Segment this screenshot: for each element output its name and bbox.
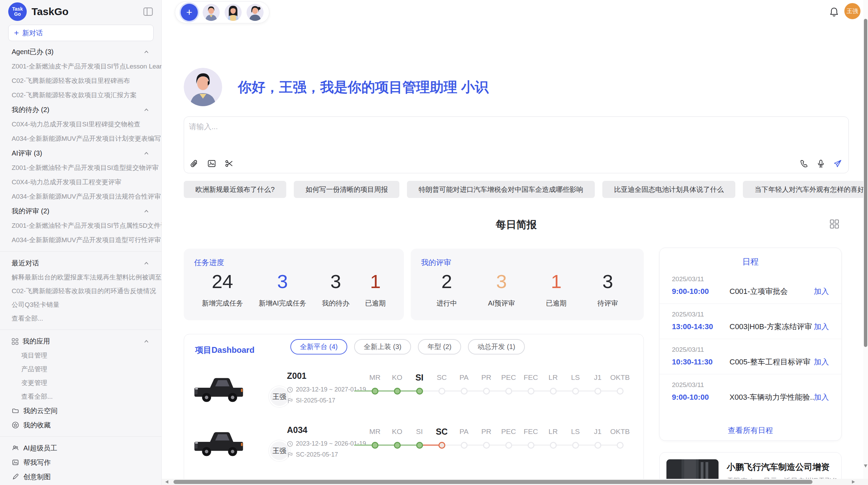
sidebar-recent-item[interactable]: 公司Q3轻卡销量 bbox=[0, 298, 161, 312]
milestone-label: PR bbox=[475, 371, 497, 384]
sidebar-item[interactable]: C02-飞腾新能源轻客改款项目里程碑画布 bbox=[0, 74, 161, 88]
plus-icon: + bbox=[14, 29, 19, 37]
paperclip-icon[interactable] bbox=[190, 159, 199, 168]
send-icon[interactable] bbox=[833, 159, 842, 168]
assistant-avatar-2[interactable] bbox=[225, 4, 242, 21]
suggestion-chip[interactable]: 比亚迪全固态电池计划具体说了什么 bbox=[602, 181, 735, 198]
mic-icon[interactable] bbox=[816, 159, 825, 168]
chevron-up-icon[interactable] bbox=[143, 208, 150, 215]
suggestion-chip[interactable]: 欧洲新规最近颁布了什么? bbox=[184, 181, 286, 198]
horizontal-scrollbar-thumb[interactable] bbox=[173, 480, 812, 484]
chevron-up-icon[interactable] bbox=[143, 260, 150, 267]
layout-grid-icon[interactable] bbox=[830, 219, 839, 229]
milestone-dot-LR bbox=[550, 388, 557, 395]
suggestion-chip[interactable]: 如何写一份清晰的项目周报 bbox=[294, 181, 399, 198]
stat-item: 3AI预评审 bbox=[488, 271, 515, 308]
sidebar-collapse-icon[interactable] bbox=[143, 7, 153, 17]
dashboard-filter-tab[interactable]: 动总开发 (1) bbox=[468, 339, 525, 355]
join-link[interactable]: 加入 bbox=[814, 392, 829, 402]
milestone-dot-SC bbox=[438, 442, 445, 449]
sidebar-recent-item[interactable]: 查看全部... bbox=[0, 312, 161, 325]
schedule-item: 2025/03/119:00-10:00C001-立项审批会加入 bbox=[660, 269, 841, 304]
bell-icon[interactable] bbox=[828, 6, 840, 18]
scroll-left-arrow[interactable] bbox=[165, 480, 168, 484]
new-chat-button[interactable]: + 新对话 bbox=[8, 25, 154, 41]
project-flag-milestone: SI-2025-05-17 bbox=[287, 397, 335, 404]
schedule-item-row: 13:00-14:30C003|H0B-方案冻结评审加入 bbox=[672, 322, 829, 332]
join-link[interactable]: 加入 bbox=[814, 286, 829, 297]
project-row[interactable]: 王强 A034 2023-12-19 ~ 2026-01-19 SC-2025-… bbox=[184, 421, 643, 475]
sidebar-group-header[interactable]: Agent已办 (3) bbox=[0, 45, 161, 59]
sidebar-item-ai-staff[interactable]: AI超级员工 bbox=[0, 441, 161, 455]
sidebar-app-item[interactable]: 项目管理 bbox=[0, 349, 161, 362]
group-title: Agent已办 (3) bbox=[12, 47, 53, 57]
sidebar-item[interactable]: Z001-全新燃油轻卡产品开发项目SI节点属性5D文件评审 bbox=[0, 219, 161, 233]
join-link[interactable]: 加入 bbox=[814, 357, 829, 367]
dashboard-filter-tab[interactable]: 全新上装 (3) bbox=[354, 339, 411, 355]
sidebar-group-header[interactable]: 最近对话 bbox=[0, 256, 161, 271]
composer bbox=[184, 116, 849, 173]
schedule-date: 2025/03/11 bbox=[672, 275, 829, 283]
project-code: Z001 bbox=[287, 371, 306, 381]
stat-card-title: 任务进度 bbox=[194, 258, 394, 268]
composer-input[interactable] bbox=[189, 122, 772, 154]
sidebar-group-header[interactable]: 我的评审 (2) bbox=[0, 204, 161, 219]
sidebar-item-cloud-space[interactable]: 我的云空间 bbox=[0, 403, 161, 418]
view-all-schedule-link[interactable]: 查看所有日程 bbox=[660, 425, 841, 436]
scissors-icon[interactable] bbox=[225, 159, 234, 168]
ai-staff-label: AI超级员工 bbox=[23, 444, 57, 453]
sidebar-app-item[interactable]: 查看全部... bbox=[0, 390, 161, 403]
news-card[interactable]: 小鹏飞行汽车制造公司增资 天眼查 App 显示，近日广州汇天飞行汽... bbox=[659, 452, 842, 479]
stat-card: 任务进度24新增完成任务3新增AI完成任务3我的待办1已逾期 bbox=[184, 249, 404, 320]
creative-draw-label: 创意制图 bbox=[23, 472, 51, 482]
sidebar-item[interactable]: C0X4-动力总成开发项目工程变更评审 bbox=[0, 175, 161, 189]
sidebar-item-creative-draw[interactable]: 创意制图 bbox=[0, 470, 161, 484]
suggestion-chip[interactable]: 当下年轻人对汽车外观有怎样的喜好趋势 bbox=[743, 181, 863, 198]
dashboard-filter-tab[interactable]: 全新平台 (4) bbox=[290, 339, 347, 355]
divider bbox=[0, 251, 161, 252]
dashboard-filter-tab[interactable]: 年型 (2) bbox=[418, 339, 461, 355]
milestone-label: PA bbox=[453, 425, 475, 438]
project-row[interactable]: 王强 Z001 2023-12-19 ~ 2027-01-19 SI-2025-… bbox=[184, 367, 643, 421]
chevron-up-icon[interactable] bbox=[143, 338, 150, 345]
schedule-date: 2025/03/11 bbox=[672, 346, 829, 353]
milestone-label: LS bbox=[564, 425, 587, 438]
assistant-avatar-1[interactable] bbox=[203, 4, 220, 21]
sidebar-item[interactable]: A034-全新新能源MUV产品开发项目计划变更表编写 bbox=[0, 132, 161, 146]
chevron-up-icon[interactable] bbox=[143, 49, 150, 55]
sidebar-item[interactable]: A034-全新新能源MUV产品开发项目造型可行性评审 bbox=[0, 233, 161, 247]
schedule-items: 2025/03/119:00-10:00C001-立项审批会加入2025/03/… bbox=[660, 269, 841, 410]
scroll-down-arrow[interactable] bbox=[864, 464, 867, 468]
sidebar-item[interactable]: Z001-全新燃油皮卡产品开发项目SI节点Lesson Learn报告 bbox=[0, 59, 161, 74]
sidebar-app-item[interactable]: 产品管理 bbox=[0, 362, 161, 376]
sidebar-recent-item[interactable]: 解释最新出台的欧盟报废车法规再生塑料比例被调至15%... bbox=[0, 271, 161, 284]
chevron-up-icon[interactable] bbox=[143, 150, 150, 157]
join-link[interactable]: 加入 bbox=[814, 322, 829, 332]
sidebar-item[interactable]: C0X4-动力总成开发项目SI里程碑提交物检查 bbox=[0, 117, 161, 132]
sidebar-group-header[interactable]: AI评审 (3) bbox=[0, 146, 161, 161]
chevron-up-icon[interactable] bbox=[143, 107, 150, 113]
scroll-right-arrow[interactable] bbox=[852, 480, 855, 484]
sidebar-app-item[interactable]: 变更管理 bbox=[0, 376, 161, 390]
composer-right-icons bbox=[799, 159, 842, 168]
phone-icon[interactable] bbox=[799, 159, 809, 168]
assistant-avatar-3[interactable] bbox=[246, 4, 264, 21]
sidebar-item[interactable]: C02-飞腾新能源轻客改款项目立项汇报方案 bbox=[0, 88, 161, 102]
sidebar-item-my-apps[interactable]: 我的应用 bbox=[0, 334, 161, 349]
sidebar-item-help-write[interactable]: 帮我写作 bbox=[0, 455, 161, 470]
sidebar-item-favorites[interactable]: 我的收藏 bbox=[0, 418, 161, 432]
sidebar-item[interactable]: Z001-全新燃油轻卡产品开发项目SI造型提交物评审 bbox=[0, 161, 161, 175]
user-avatar[interactable]: 王强 bbox=[844, 3, 860, 19]
dashboard-title: 项目Dashboard bbox=[195, 345, 254, 356]
image-icon[interactable] bbox=[207, 159, 216, 168]
stat-label: AI预评审 bbox=[488, 299, 515, 308]
sidebar-item[interactable]: A034-全新新能源MUV产品开发项目法规符合性评审 bbox=[0, 189, 161, 204]
milestone-label: MR bbox=[364, 425, 386, 438]
vertical-scrollbar-thumb[interactable] bbox=[864, 19, 867, 347]
divider bbox=[0, 436, 161, 437]
add-assistant-button[interactable]: + bbox=[181, 4, 198, 21]
suggestion-chip[interactable]: 特朗普可能对进口汽车增税会对中国车企造成哪些影响 bbox=[407, 181, 595, 198]
sidebar-group-header[interactable]: 我的待办 (2) bbox=[0, 102, 161, 117]
schedule-item: 2025/03/1113:00-14:30C003|H0B-方案冻结评审加入 bbox=[660, 304, 841, 339]
sidebar-recent-item[interactable]: C02-飞腾新能源轻客改款项目的闭环通告反馈情况 bbox=[0, 284, 161, 298]
